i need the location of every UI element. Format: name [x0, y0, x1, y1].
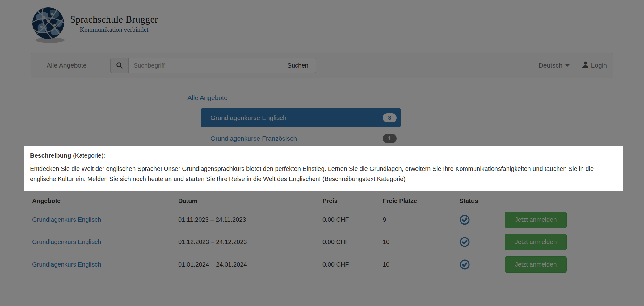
table-header-row: Angebote Datum Preis Freie Plätze Status — [31, 197, 613, 209]
enroll-button[interactable]: Jetzt anmelden — [505, 212, 567, 228]
column-header-preis: Preis — [321, 197, 381, 205]
user-icon — [581, 61, 589, 70]
language-label: Deutsch — [539, 62, 562, 69]
table-row: Grundlagenkurs Englisch 01.01.2024 – 24.… — [31, 253, 613, 275]
course-link[interactable]: Grundlagenkurs Englisch — [32, 216, 101, 223]
check-circle-icon — [458, 259, 503, 270]
category-description-box: Beschreibung (Kategorie): Entdecken Sie … — [24, 146, 623, 191]
course-free-places: 9 — [381, 216, 458, 223]
category-root-link[interactable]: Alle Angebote — [187, 94, 228, 101]
description-text: Entdecken Sie die Welt der englischen Sp… — [30, 164, 616, 184]
category-item-label: Grundlagenkurse Englisch — [210, 114, 286, 122]
description-title-rest: (Kategorie): — [71, 152, 105, 159]
caret-down-icon — [565, 64, 570, 67]
search-group: Suchen — [110, 58, 317, 73]
course-link[interactable]: Grundlagenkurs Englisch — [32, 238, 101, 245]
category-count-badge: 3 — [383, 113, 397, 122]
column-header-angebote: Angebote — [31, 197, 177, 205]
language-dropdown[interactable]: Deutsch — [539, 62, 570, 69]
course-date: 01.12.2023 – 24.12.2023 — [177, 238, 321, 246]
brand-text: Sprachschule Brugger Kommunikation verbi… — [70, 14, 158, 34]
course-free-places: 10 — [381, 261, 458, 268]
offers-table: Angebote Datum Preis Freie Plätze Status… — [31, 197, 613, 275]
enroll-button[interactable]: Jetzt anmelden — [505, 234, 567, 250]
table-row: Grundlagenkurs Englisch 01.11.2023 – 24.… — [31, 209, 613, 231]
course-date: 01.11.2023 – 24.11.2023 — [177, 216, 321, 223]
search-icon — [110, 58, 128, 73]
description-title: Beschreibung (Kategorie): — [30, 152, 616, 159]
brand-header: Sprachschule Brugger Kommunikation verbi… — [31, 0, 613, 45]
category-item-label[interactable]: Grundlagenkurse Französisch — [210, 135, 297, 142]
description-title-bold: Beschreibung — [30, 152, 71, 159]
column-header-freie-plaetze: Freie Plätze — [381, 197, 458, 205]
brand-tagline: Kommunikation verbindet — [70, 26, 158, 34]
course-price: 0.00 CHF — [321, 238, 381, 246]
login-label: Login — [591, 62, 607, 69]
enroll-button[interactable]: Jetzt anmelden — [505, 256, 567, 273]
main-navbar: Alle Angebote Suchen Deutsch — [31, 53, 613, 78]
column-header-status: Status — [458, 197, 503, 205]
table-row: Grundlagenkurs Englisch 01.12.2023 – 24.… — [31, 231, 613, 253]
category-tree: Alle Angebote Grundlagenkurse Englisch 3… — [187, 94, 401, 146]
course-date: 01.01.2024 – 24.01.2024 — [177, 261, 321, 268]
category-item-englisch[interactable]: Grundlagenkurse Englisch 3 — [201, 108, 401, 127]
check-circle-icon — [458, 214, 503, 225]
course-price: 0.00 CHF — [321, 261, 381, 268]
course-price: 0.00 CHF — [321, 216, 381, 223]
search-input[interactable] — [128, 58, 280, 73]
check-circle-icon — [458, 237, 503, 247]
category-item-franzoesisch[interactable]: Grundlagenkurse Französisch 1 — [201, 131, 401, 146]
category-count-badge: 1 — [383, 134, 397, 143]
course-free-places: 10 — [381, 238, 458, 246]
column-header-datum: Datum — [177, 197, 321, 205]
nav-right: Deutsch Login — [539, 61, 607, 70]
globe-network-icon — [31, 5, 67, 45]
search-button[interactable]: Suchen — [280, 58, 317, 73]
nav-all-offers-link[interactable]: Alle Angebote — [47, 62, 87, 69]
page: Sprachschule Brugger Kommunikation verbi… — [0, 0, 644, 306]
course-link[interactable]: Grundlagenkurs Englisch — [32, 261, 101, 268]
login-button[interactable]: Login — [581, 61, 607, 70]
brand-title: Sprachschule Brugger — [70, 14, 158, 25]
